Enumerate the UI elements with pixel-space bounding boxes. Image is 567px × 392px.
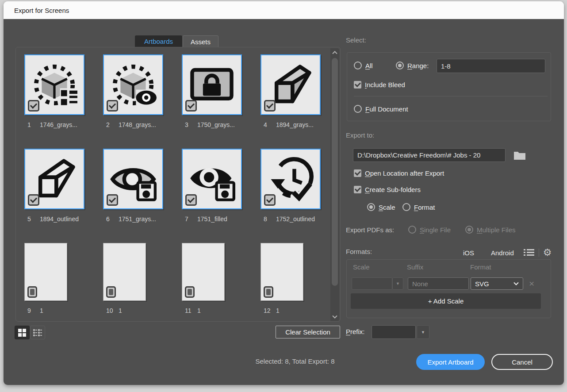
formats-toolbar-divider (539, 249, 539, 257)
prefix-dropdown-button[interactable]: ▼ (417, 325, 429, 339)
artboard-number: 7 (185, 215, 194, 223)
artboard-thumbnail[interactable] (103, 243, 146, 301)
single-file-label: Single File (420, 226, 451, 234)
export-path-input[interactable] (353, 148, 506, 162)
artboard-checkbox[interactable] (28, 100, 39, 111)
artboard-checkbox[interactable] (264, 100, 276, 111)
add-scale-button[interactable]: + Add Scale (351, 293, 541, 309)
artboard-thumbnail[interactable] (182, 149, 242, 209)
radio-multiple-files[interactable] (465, 226, 473, 234)
scrollbar-thumb[interactable] (332, 58, 338, 286)
artboard-thumbnail[interactable] (24, 243, 67, 301)
format-select[interactable]: SVG (471, 277, 523, 290)
export-for-screens-dialog: Export for Screens Artboards Assets 1 17… (4, 1, 564, 385)
artboard-number: 12 (264, 307, 272, 314)
radio-scale[interactable] (367, 203, 375, 211)
clear-selection-button[interactable]: Clear Selection (276, 326, 340, 338)
artboard-cell: 6 1751_grays... (103, 149, 182, 223)
artboard-name: 1748_grays... (119, 121, 156, 128)
folder-icon (513, 150, 526, 160)
radio-all-label[interactable]: All (365, 62, 373, 69)
cancel-button[interactable]: Cancel (491, 354, 553, 370)
artboard-checkbox[interactable] (107, 194, 118, 206)
artboard-thumbnail[interactable] (24, 54, 84, 115)
artboard-thumbnail[interactable] (182, 54, 242, 115)
artboard-thumbnail[interactable] (261, 243, 303, 301)
artboard-number: 1 (27, 121, 36, 128)
ios-link[interactable]: iOS (463, 249, 474, 257)
radio-range[interactable] (396, 61, 404, 69)
checkbox-create-subfolders[interactable] (354, 186, 361, 193)
radio-scale-label[interactable]: Scale (379, 204, 395, 211)
artboard-checkbox[interactable] (107, 100, 118, 111)
formats-col-scale: Scale (353, 263, 370, 271)
artboard-checkbox[interactable] (185, 286, 195, 298)
status-text: Selected: 8, Total Export: 8 (244, 357, 346, 365)
artboard-checkbox[interactable] (106, 286, 116, 298)
scrollbar[interactable] (330, 48, 339, 321)
artboard-checkbox[interactable] (28, 194, 39, 206)
formats-col-suffix: Suffix (407, 263, 423, 271)
android-link[interactable]: Android (491, 249, 514, 257)
suffix-input[interactable] (408, 277, 469, 290)
artboard-cell: 12 1 (261, 243, 339, 317)
chevron-down-icon (513, 282, 519, 285)
browse-folder-button[interactable] (512, 149, 527, 161)
checkbox-include-bleed[interactable] (354, 81, 361, 88)
scale-dropdown-button[interactable]: ▼ (392, 277, 403, 290)
radio-range-label[interactable]: Range: (407, 62, 429, 69)
artboard-checkbox[interactable] (185, 194, 197, 206)
artboard-thumbnail[interactable] (103, 149, 163, 209)
artboard-number: 10 (106, 307, 115, 314)
artboard-name: 1 (40, 307, 43, 314)
artboard-thumbnail[interactable] (261, 54, 321, 115)
artboard-number: 8 (264, 215, 272, 223)
include-bleed-label[interactable]: Include Bleed (365, 81, 405, 88)
range-input[interactable] (437, 59, 545, 73)
remove-format-button[interactable]: × (529, 279, 534, 288)
full-document-label[interactable]: Full Document (365, 105, 408, 113)
formats-label: Formats: (346, 248, 372, 255)
artboard-checkbox[interactable] (27, 286, 37, 298)
grid-view-button[interactable] (15, 326, 30, 339)
create-subfolders-label[interactable]: Create Sub-folders (365, 186, 421, 193)
artboard-checkbox[interactable] (185, 100, 197, 111)
artboard-thumbnail[interactable] (24, 149, 84, 209)
artboard-thumbnail[interactable] (182, 243, 225, 301)
artboard-thumbnail[interactable] (103, 54, 163, 115)
artboard-cell: 3 1750_grays... (182, 54, 261, 129)
scrollbar-up-icon[interactable] (330, 48, 339, 57)
artboard-cell: 2 1748_grays... (103, 54, 182, 129)
radio-format-label[interactable]: Format (414, 204, 435, 211)
tab-artboards[interactable]: Artboards (135, 35, 182, 47)
artboard-thumbnail[interactable] (261, 149, 321, 209)
select-section-label: Select: (346, 36, 366, 44)
scrollbar-down-icon[interactable] (330, 312, 339, 321)
artboard-name: 1751_filled (197, 215, 227, 223)
artboard-checkbox[interactable] (264, 286, 273, 298)
radio-format[interactable] (402, 203, 410, 211)
prefix-label: Prefix: (346, 328, 365, 335)
artboard-checkbox[interactable] (264, 194, 276, 206)
artboard-name: 1894_grays... (276, 121, 314, 128)
radio-all[interactable] (354, 61, 362, 69)
preset-list-icon[interactable] (524, 249, 534, 257)
open-location-label[interactable]: Open Location after Export (365, 169, 444, 177)
tab-assets[interactable]: Assets (183, 35, 218, 47)
scale-input[interactable] (352, 277, 392, 290)
radio-single-file[interactable] (408, 226, 416, 234)
artboard-cell: 4 1894_grays... (261, 54, 339, 129)
prefix-input[interactable] (372, 325, 416, 339)
grid-view-icon (18, 328, 27, 337)
artboard-number: 2 (106, 121, 115, 128)
list-view-button[interactable] (30, 326, 45, 339)
export-artboard-button[interactable]: Export Artboard (416, 354, 485, 370)
window-title: Export for Screens (14, 7, 69, 14)
radio-full-document[interactable] (354, 105, 362, 113)
artboard-number: 5 (27, 215, 36, 223)
multiple-files-label: Multiple Files (477, 226, 516, 234)
artboard-name: 1 (276, 307, 280, 314)
gear-icon[interactable]: ⚙ (543, 248, 552, 257)
export-pdfs-label: Export PDFs as: (346, 226, 394, 234)
checkbox-open-location[interactable] (354, 169, 361, 177)
